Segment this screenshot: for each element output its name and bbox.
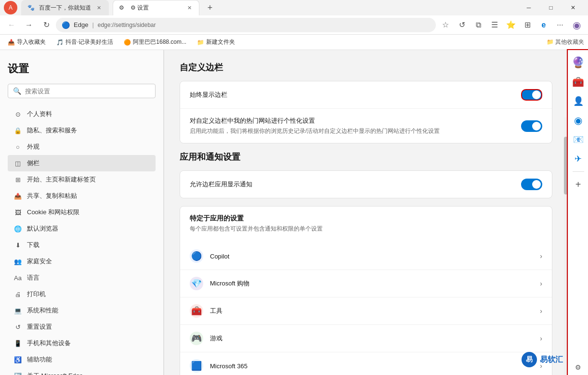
nav-item-mobile[interactable]: 📱 手机和其他设备 <box>8 335 156 351</box>
titlebar: A 🐾 百度一下，你就知道 ✕ ⚙ ⚙ 设置 ✕ + ─ □ ✕ <box>0 0 588 15</box>
nav-icon-about: 🔄 <box>13 372 22 375</box>
split-button[interactable]: ⧉ <box>470 17 486 33</box>
app-copilot-icon: 🔵 <box>190 249 203 263</box>
new-tab-button[interactable]: + <box>203 1 217 14</box>
app-tools-icon: 🧰 <box>190 304 203 318</box>
settings-title: 设置 <box>8 62 156 76</box>
app-games[interactable]: 🎮 游戏 › <box>180 325 552 352</box>
nav-item-reset[interactable]: ↺ 重置设置 <box>8 319 156 335</box>
nav-item-sidebar[interactable]: ◫ 侧栏 <box>8 155 156 171</box>
nav-label-accessibility: 辅助功能 <box>27 355 52 364</box>
allow-notify-row: 允许边栏应用显示通知 <box>180 171 552 198</box>
back-button[interactable]: ← <box>4 17 19 33</box>
nav-label-download: 下载 <box>27 241 39 249</box>
nav-icon-appearance: ○ <box>13 142 22 151</box>
tab-title-settings: ⚙ 设置 <box>131 4 182 12</box>
settings-search-input[interactable] <box>25 88 150 95</box>
app-shopping[interactable]: 💎 Microsoft 购物 › <box>180 270 552 297</box>
nav-item-startup[interactable]: ⊞ 开始、主页和新建标签页 <box>8 171 156 188</box>
nav-item-about[interactable]: 🔄 关于 Microsoft Edge <box>8 368 156 375</box>
nav-item-browser[interactable]: 🌐 默认浏览器 <box>8 220 156 237</box>
app-games-icon: 🎮 <box>190 332 203 345</box>
always-show-card: 始终显示边栏 对自定义边栏中我的热门网站进行个性化设置 启用此功能后，我们将根据… <box>180 81 552 143</box>
readview-button[interactable]: ☰ <box>487 17 502 33</box>
bookmark-newfolder-label: 新建文件夹 <box>206 38 235 46</box>
nav-item-profile[interactable]: ⊙ 个人资料 <box>8 106 156 122</box>
settings-search-box[interactable]: 🔍 <box>8 84 156 98</box>
nav-icon-family: 👥 <box>13 257 22 266</box>
address-bar[interactable]: 🔵 Edge | edge://settings/sidebar <box>56 18 436 32</box>
nav-icon-privacy: 🔒 <box>13 126 22 135</box>
bookmark-alibaba[interactable]: 🟠 阿里巴巴1688.com... <box>120 37 190 47</box>
edge-sidebar-user[interactable]: 👤 <box>570 92 587 110</box>
scrollbar-track[interactable] <box>564 117 568 375</box>
edge-sidebar: 🔮 🧰 👤 ◉ 📧 ✈ + ⚙ ↗ <box>568 50 588 375</box>
edge-copilot-button[interactable]: ◉ <box>569 17 584 33</box>
maximize-button[interactable]: □ <box>540 0 562 15</box>
watermark-text: 易软汇 <box>540 355 563 365</box>
scrollbar-thumb[interactable] <box>564 137 568 194</box>
nav-item-privacy[interactable]: 🔒 隐私、搜索和服务 <box>8 122 156 139</box>
nav-icon-mobile: 📱 <box>13 339 22 348</box>
personalize-content: 对自定义边栏中我的热门网站进行个性化设置 启用此功能后，我们将根据你的浏览历史记… <box>190 116 521 135</box>
nav-item-share[interactable]: 📤 共享、复制和粘贴 <box>8 188 156 204</box>
nav-label-appearance: 外观 <box>27 142 39 151</box>
nav-item-print[interactable]: 🖨 打印机 <box>8 286 156 302</box>
bookmarks-more-icon: 📁 <box>547 39 554 45</box>
edge-logo-button[interactable]: e <box>536 17 551 33</box>
toolbar-right: ☆ ↺ ⧉ ☰ ⭐ ⊞ e ··· ◉ <box>438 17 584 33</box>
refresh2-button[interactable]: ↺ <box>454 17 470 33</box>
close-button[interactable]: ✕ <box>562 0 584 15</box>
edge-sidebar-edge[interactable]: ◉ <box>570 112 587 129</box>
personalize-toggle[interactable] <box>521 120 542 132</box>
bookmark-douyin[interactable]: 🎵 抖音·记录美好生活 <box>52 37 117 47</box>
bookmarks-more[interactable]: 📁 其他收藏夹 <box>547 38 584 46</box>
favorites-button[interactable]: ⭐ <box>503 17 519 33</box>
edge-sidebar-send[interactable]: ✈ <box>570 150 587 168</box>
minimize-button[interactable]: ─ <box>518 0 540 15</box>
nav-item-appearance[interactable]: ○ 外观 <box>8 139 156 155</box>
bookmark-douyin-label: 抖音·记录美好生活 <box>65 38 113 46</box>
nav-item-family[interactable]: 👥 家庭安全 <box>8 253 156 270</box>
edge-sidebar-copilot[interactable]: 🔮 <box>570 54 587 71</box>
nav-label-privacy: 隐私、搜索和服务 <box>27 126 77 135</box>
bookmarks-more-label: 其他收藏夹 <box>555 39 584 45</box>
personalize-row: 对自定义边栏中我的热门网站进行个性化设置 启用此功能后，我们将根据你的浏览历史记… <box>180 109 552 143</box>
bookmark-import[interactable]: 📥 导入收藏夹 <box>4 37 50 47</box>
tab-close-settings[interactable]: ✕ <box>185 4 193 12</box>
nav-item-system[interactable]: 💻 系统和性能 <box>8 302 156 319</box>
app-tools-chevron: › <box>540 307 542 315</box>
app-settings-card: 特定于应用的设置 每个应用都包含可设置并包含通知和权限的单个设置 🔵 Copil… <box>180 206 552 375</box>
nav-item-cookies[interactable]: 🖼 Cookie 和网站权限 <box>8 204 156 220</box>
edge-brand-icon: 🔵 <box>62 21 70 29</box>
toolbar: ← → ↻ 🔵 Edge | edge://settings/sidebar ☆… <box>0 15 588 35</box>
forward-button[interactable]: → <box>21 17 37 33</box>
tab-baidu[interactable]: 🐾 百度一下，你就知道 ✕ <box>21 0 109 15</box>
nav-item-language[interactable]: Aa 语言 <box>8 270 156 286</box>
nav-item-accessibility[interactable]: ♿ 辅助功能 <box>8 351 156 368</box>
tab-settings[interactable]: ⚙ ⚙ 设置 ✕ <box>113 0 199 15</box>
tab-close-baidu[interactable]: ✕ <box>95 4 103 12</box>
edge-sidebar-settings[interactable]: ⚙ <box>570 359 587 375</box>
app-copilot[interactable]: 🔵 Copilot › <box>180 243 552 270</box>
refresh-button[interactable]: ↻ <box>39 17 54 33</box>
always-show-label: 始终显示边栏 <box>190 91 521 99</box>
more-button[interactable]: ··· <box>552 17 568 33</box>
app-tools[interactable]: 🧰 工具 › <box>180 297 552 325</box>
nav-icon-browser: 🌐 <box>13 224 22 233</box>
edge-sidebar-tools[interactable]: 🧰 <box>570 73 587 91</box>
nav-label-share: 共享、复制和粘贴 <box>27 192 77 200</box>
nav-label-system: 系统和性能 <box>27 306 58 315</box>
profile-avatar[interactable]: A <box>4 1 17 14</box>
allow-notify-toggle[interactable] <box>521 179 542 190</box>
always-show-toggle[interactable] <box>521 89 542 101</box>
bookmark-alibaba-label: 阿里巴巴1688.com... <box>133 38 186 46</box>
nav-label-sidebar: 侧栏 <box>27 159 39 168</box>
star-button[interactable]: ☆ <box>438 17 453 33</box>
app-m365[interactable]: 🟦 Microsoft 365 › <box>180 352 552 375</box>
edge-sidebar-add[interactable]: + <box>570 176 587 193</box>
bookmark-newfolder[interactable]: 📁 新建文件夹 <box>193 37 239 47</box>
edge-sidebar-outlook[interactable]: 📧 <box>570 131 587 148</box>
collections-button[interactable]: ⊞ <box>520 17 535 33</box>
nav-item-download[interactable]: ⬇ 下载 <box>8 237 156 253</box>
